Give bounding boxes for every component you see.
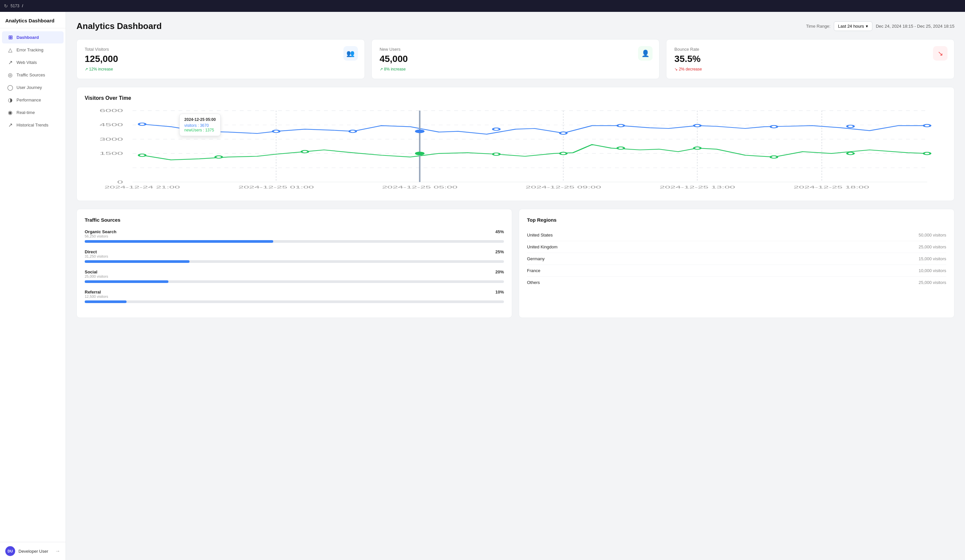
progress-bar-fill-1 xyxy=(85,260,190,263)
page-header: Analytics Dashboard Time Range: Last 24 … xyxy=(77,21,954,31)
svg-point-40 xyxy=(617,147,624,150)
sidebar-label-traffic-sources: Traffic Sources xyxy=(16,72,45,77)
topbar: ↻ 5173 / xyxy=(0,0,965,12)
traffic-source-sub-0: 56,250 visitors xyxy=(85,234,116,238)
progress-bar-bg-1 xyxy=(85,260,504,263)
app-body: Analytics Dashboard ⊞ Dashboard△ Error T… xyxy=(0,12,965,560)
svg-text:2024-12-25 18:00: 2024-12-25 18:00 xyxy=(793,185,869,189)
page-title: Analytics Dashboard xyxy=(77,21,162,31)
svg-text:2024-12-25 01:00: 2024-12-25 01:00 xyxy=(238,185,314,189)
progress-bar-bg-0 xyxy=(85,240,504,243)
performance-icon: ◑ xyxy=(7,97,13,103)
top-regions-card: Top Regions United States 50,000 visitor… xyxy=(519,209,954,318)
svg-point-38 xyxy=(493,153,500,155)
region-visitors-2: 15,000 visitors xyxy=(919,256,946,261)
traffic-source-name-2: Social xyxy=(85,269,108,274)
realtime-icon: ◉ xyxy=(7,109,13,116)
svg-point-28 xyxy=(560,132,566,134)
stat-card-title-0: Total Visitors xyxy=(85,47,357,52)
refresh-icon[interactable]: ↻ xyxy=(4,3,8,8)
traffic-item-1: Direct 31,250 visitors 25% xyxy=(85,249,504,263)
progress-bar-fill-3 xyxy=(85,300,126,303)
traffic-items: Organic Search 56,250 visitors 45% Direc… xyxy=(85,229,504,303)
traffic-source-name-0: Organic Search xyxy=(85,229,116,234)
avatar: DU xyxy=(5,546,15,556)
region-visitors-3: 10,000 visitors xyxy=(919,268,946,273)
svg-point-46 xyxy=(415,129,425,133)
progress-bar-fill-0 xyxy=(85,240,273,243)
svg-point-44 xyxy=(924,152,931,155)
svg-point-23 xyxy=(196,130,203,133)
sidebar-label-realtime: Real-time xyxy=(16,110,35,115)
region-name-3: France xyxy=(527,268,540,273)
stat-card-change-1: ↗ 8% increase xyxy=(379,67,652,72)
svg-text:1500: 1500 xyxy=(100,151,123,155)
time-range-control: Time Range: Last 24 hours ▾ Dec 24, 2024… xyxy=(806,21,954,31)
region-name-4: Others xyxy=(527,280,540,285)
svg-text:4500: 4500 xyxy=(100,123,123,127)
region-row-2: Germany 15,000 visitors xyxy=(527,253,946,265)
svg-point-35 xyxy=(215,156,222,158)
dashboard-icon: ⊞ xyxy=(7,34,13,41)
stat-card-value-2: 35.5% xyxy=(674,54,946,64)
progress-bar-bg-3 xyxy=(85,300,504,303)
sidebar-footer: DU Developer User → xyxy=(0,542,65,560)
region-rows: United States 50,000 visitors United Kin… xyxy=(527,229,946,288)
traffic-sources-card: Traffic Sources Organic Search 56,250 vi… xyxy=(77,209,512,318)
sidebar-item-realtime[interactable]: ◉ Real-time xyxy=(2,106,64,119)
stat-card-change-0: ↗ 12% increase xyxy=(85,67,357,72)
sidebar-item-dashboard[interactable]: ⊞ Dashboard xyxy=(2,31,64,44)
svg-point-25 xyxy=(349,130,356,133)
time-range-value: Last 24 hours xyxy=(838,24,864,29)
svg-point-42 xyxy=(770,156,777,158)
region-visitors-0: 50,000 visitors xyxy=(919,233,946,237)
stat-cards: Total Visitors 125,000 ↗ 12% increase 👥 … xyxy=(77,39,954,79)
stat-card-icon-2: ↘ xyxy=(933,46,947,60)
svg-point-39 xyxy=(560,152,566,155)
svg-point-34 xyxy=(139,154,146,157)
region-visitors-4: 25,000 visitors xyxy=(919,280,946,285)
svg-point-41 xyxy=(694,147,701,150)
region-row-3: France 10,000 visitors xyxy=(527,265,946,277)
chart-section: Visitors Over Time 6000 4500 3000 1500 0 xyxy=(77,87,954,201)
stat-card-1: New Users 45,000 ↗ 8% increase 👤 xyxy=(371,39,660,79)
svg-point-31 xyxy=(770,126,777,128)
traffic-source-name-1: Direct xyxy=(85,249,108,254)
svg-point-32 xyxy=(847,125,854,128)
user-name: Developer User xyxy=(18,549,52,554)
svg-text:6000: 6000 xyxy=(100,108,123,113)
traffic-source-name-3: Referral xyxy=(85,289,108,294)
sidebar-item-user-journey[interactable]: ◯ User Journey xyxy=(2,82,64,93)
region-row-1: United Kingdom 25,000 visitors xyxy=(527,241,946,253)
time-range-label: Time Range: xyxy=(806,24,831,29)
historical-trends-icon: ↗ xyxy=(7,122,13,128)
logout-icon[interactable]: → xyxy=(55,548,61,554)
region-row-4: Others 25,000 visitors xyxy=(527,277,946,288)
sidebar-item-traffic-sources[interactable]: ◎ Traffic Sources xyxy=(2,69,64,81)
stat-card-value-0: 125,000 xyxy=(85,54,357,64)
sidebar-item-performance[interactable]: ◑ Performance xyxy=(2,94,64,106)
svg-point-43 xyxy=(847,152,854,155)
time-range-select[interactable]: Last 24 hours ▾ xyxy=(834,21,873,31)
traffic-pct-3: 10% xyxy=(496,289,504,299)
svg-point-27 xyxy=(493,128,500,131)
chart-container: 6000 4500 3000 1500 0 2024-12-24 21:00 2… xyxy=(85,107,946,193)
bottom-grid: Traffic Sources Organic Search 56,250 vi… xyxy=(77,209,954,318)
chart-svg: 6000 4500 3000 1500 0 2024-12-24 21:00 2… xyxy=(85,107,946,193)
sidebar-item-error-tracking[interactable]: △ Error Tracking xyxy=(2,44,64,56)
chevron-down-icon: ▾ xyxy=(866,24,868,29)
traffic-item-3: Referral 12,500 visitors 10% xyxy=(85,289,504,303)
region-row-0: United States 50,000 visitors xyxy=(527,229,946,241)
traffic-item-2: Social 25,000 visitors 20% xyxy=(85,269,504,283)
date-range: Dec 24, 2024 18:15 - Dec 25, 2024 18:15 xyxy=(876,24,954,29)
top-regions-title: Top Regions xyxy=(527,217,946,223)
svg-text:2024-12-25 05:00: 2024-12-25 05:00 xyxy=(382,185,458,189)
sidebar-label-error-tracking: Error Tracking xyxy=(16,47,44,52)
sidebar-item-historical-trends[interactable]: ↗ Historical Trends xyxy=(2,119,64,131)
svg-text:3000: 3000 xyxy=(100,137,123,141)
traffic-source-sub-3: 12,500 visitors xyxy=(85,294,108,299)
region-name-1: United Kingdom xyxy=(527,245,558,249)
stat-card-2: Bounce Rate 35.5% ↘ 2% decrease ↘ xyxy=(666,39,954,79)
progress-bar-bg-2 xyxy=(85,280,504,283)
sidebar-item-web-vitals[interactable]: ↗ Web Vitals xyxy=(2,56,64,69)
